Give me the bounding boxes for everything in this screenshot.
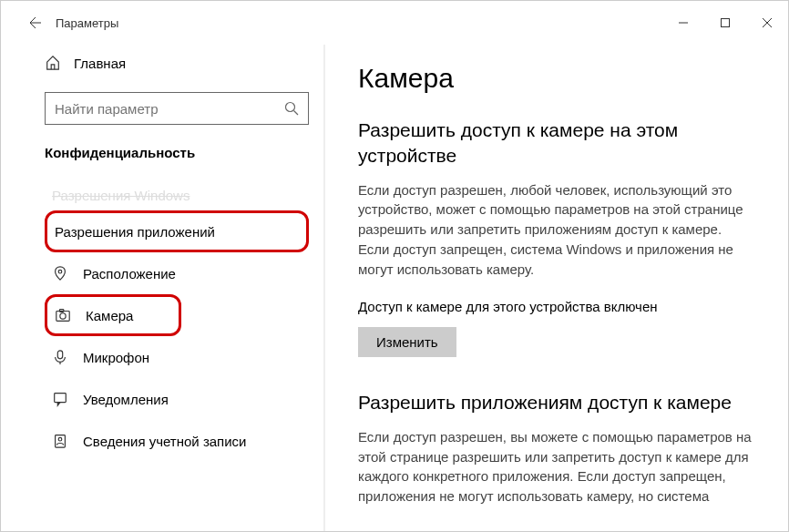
category-title: Конфиденциальность — [45, 145, 309, 160]
svg-point-8 — [60, 313, 66, 319]
sidebar-item-notifications[interactable]: Уведомления — [45, 378, 309, 420]
window-title: Параметры — [56, 16, 118, 30]
section2-desc: Если доступ разрешен, вы можете с помощь… — [358, 427, 755, 506]
search-input-container[interactable] — [45, 92, 309, 125]
sidebar-item-account-info[interactable]: Сведения учетной записи — [45, 420, 309, 462]
sidebar-item-location[interactable]: Расположение — [45, 252, 309, 294]
search-icon — [284, 101, 299, 116]
notifications-icon — [52, 391, 68, 407]
nav-header-windows-perms: Разрешения Windows — [45, 188, 309, 203]
svg-point-4 — [286, 103, 295, 112]
microphone-icon — [52, 349, 68, 365]
sidebar-item-microphone[interactable]: Микрофон — [45, 336, 309, 378]
nav-header-app-permissions: Разрешения приложений — [45, 210, 309, 252]
microphone-label: Микрофон — [83, 350, 149, 365]
home-link[interactable]: Главная — [45, 45, 309, 81]
location-icon — [52, 265, 68, 281]
svg-rect-10 — [57, 351, 62, 359]
section2-heading: Разрешить приложениям доступ к камере — [358, 390, 755, 415]
search-input[interactable] — [55, 101, 284, 117]
camera-label: Камера — [86, 308, 133, 323]
minimize-button[interactable] — [662, 8, 704, 37]
account-label: Сведения учетной записи — [83, 434, 247, 449]
page-title: Камера — [358, 63, 755, 94]
camera-icon — [55, 307, 71, 323]
svg-line-5 — [294, 111, 299, 116]
camera-access-status: Доступ к камере для этого устройства вкл… — [358, 299, 755, 314]
close-button[interactable] — [746, 8, 788, 37]
home-label: Главная — [74, 56, 126, 71]
svg-rect-12 — [55, 394, 67, 403]
back-button[interactable] — [15, 15, 52, 30]
change-button[interactable]: Изменить — [358, 327, 456, 357]
sidebar-item-camera[interactable]: Камера — [45, 294, 181, 336]
maximize-button[interactable] — [704, 8, 746, 37]
app-permissions-label: Разрешения приложений — [55, 224, 215, 240]
svg-rect-7 — [56, 312, 69, 322]
svg-point-6 — [58, 270, 62, 273]
svg-rect-1 — [722, 19, 730, 27]
notifications-label: Уведомления — [83, 392, 169, 407]
account-icon — [52, 433, 68, 449]
location-label: Расположение — [83, 266, 176, 281]
section1-heading: Разрешить доступ к камере на этом устрой… — [358, 118, 755, 169]
home-icon — [45, 55, 61, 71]
section1-desc: Если доступ разрешен, любой человек, исп… — [358, 180, 755, 280]
svg-point-14 — [58, 437, 62, 441]
